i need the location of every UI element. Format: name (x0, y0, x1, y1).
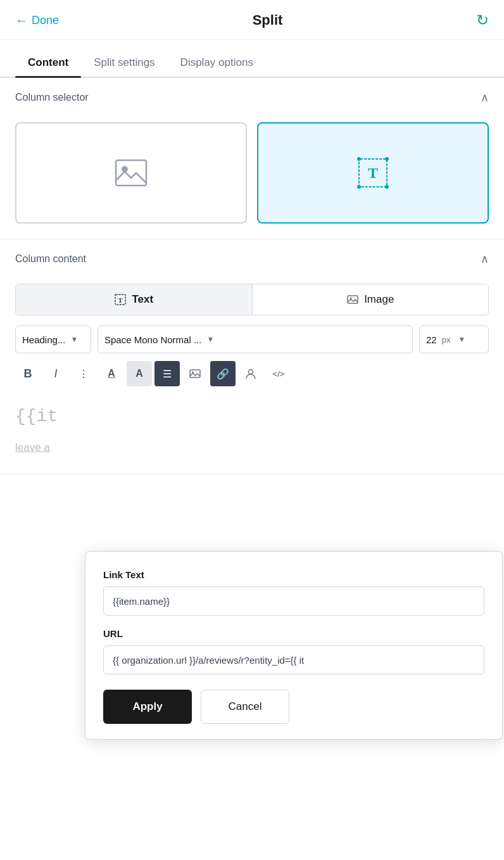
column-content-title: Column content (15, 253, 86, 265)
font-select-value: Space Mono Normal ... (104, 334, 201, 345)
toggle-image-label: Image (364, 293, 394, 306)
svg-point-14 (249, 370, 253, 374)
tab-content[interactable]: Content (15, 50, 81, 77)
code-button[interactable]: </> (266, 361, 291, 386)
more-options-button[interactable]: ⋮ (71, 361, 96, 386)
italic-button[interactable]: I (43, 361, 68, 386)
popup-actions: Apply Cancel (103, 690, 484, 724)
text-column-icon: T (355, 155, 391, 191)
header: ← Done Split ↻ (0, 0, 504, 40)
link-text-label: Link Text (103, 569, 484, 580)
text-icon: T (114, 293, 127, 306)
refresh-icon[interactable]: ↻ (476, 11, 489, 29)
font-select[interactable]: Space Mono Normal ... ▼ (98, 326, 413, 353)
svg-point-6 (385, 185, 389, 189)
preview-main-text: {{it (15, 404, 489, 429)
column-selector-header[interactable]: Column selector ∧ (0, 78, 504, 117)
size-unit: px (442, 335, 451, 345)
insert-image-button[interactable] (182, 361, 208, 386)
svg-point-5 (357, 185, 361, 189)
link-text-input[interactable] (103, 586, 484, 616)
column-content-section: Column content ∧ T Text Image (0, 239, 504, 474)
svg-point-4 (385, 157, 389, 161)
done-label: Done (32, 14, 59, 27)
column-content-header[interactable]: Column content ∧ (0, 239, 504, 279)
svg-rect-0 (116, 160, 146, 186)
back-arrow-icon: ← (15, 13, 28, 28)
cancel-button[interactable]: Cancel (201, 690, 289, 724)
size-chevron-icon: ▼ (458, 335, 465, 344)
svg-rect-12 (190, 370, 200, 377)
heading-select-value: Heading... (22, 334, 65, 345)
insert-image-icon (189, 367, 201, 380)
align-button[interactable]: ☰ (154, 361, 180, 386)
size-select-value: 22 (426, 334, 437, 345)
size-select[interactable]: 22 px ▼ (419, 326, 489, 353)
preview-area: {{it leave a (15, 396, 489, 458)
format-options-row: Heading... ▼ Space Mono Normal ... ▼ 22 … (15, 326, 489, 353)
svg-rect-10 (348, 296, 358, 303)
format-toolbar: B I ⋮ A A ☰ (15, 361, 489, 386)
link-popup: Link Text URL Apply Cancel (85, 551, 503, 740)
column-content-body: T Text Image Heading... ▼ Sp (0, 279, 504, 474)
tab-split-settings[interactable]: Split settings (81, 50, 167, 77)
svg-text:T: T (118, 296, 123, 304)
bold-button[interactable]: B (15, 361, 41, 386)
apply-button[interactable]: Apply (103, 690, 192, 724)
person-icon (244, 367, 257, 380)
tab-display-options[interactable]: Display options (168, 50, 266, 77)
column-selector-section: Column selector ∧ T (0, 78, 504, 239)
content-type-toggle: T Text Image (15, 284, 489, 315)
image-column-icon (113, 155, 149, 191)
font-color-button[interactable]: A (99, 361, 124, 386)
tabs-bar: Content Split settings Display options (0, 50, 504, 78)
column-content-chevron-icon: ∧ (481, 252, 489, 266)
url-input[interactable] (103, 645, 484, 674)
personalization-button[interactable] (238, 361, 263, 386)
column-option-text[interactable]: T (257, 122, 489, 224)
svg-point-3 (357, 157, 361, 161)
url-label: URL (103, 628, 484, 639)
column-option-image[interactable] (15, 122, 247, 224)
column-selector-chevron-icon: ∧ (481, 91, 489, 104)
font-bg-button[interactable]: A (127, 361, 152, 386)
preview-link-text: leave a (15, 441, 50, 453)
column-selector-body: T (0, 117, 504, 239)
column-selector-title: Column selector (15, 92, 89, 103)
font-chevron-icon: ▼ (206, 335, 214, 344)
heading-chevron-icon: ▼ (70, 335, 78, 344)
link-button[interactable]: 🔗 (210, 361, 236, 386)
page-title: Split (253, 12, 283, 28)
toggle-text-button[interactable]: T Text (16, 284, 253, 315)
image-icon (346, 293, 359, 306)
done-button[interactable]: ← Done (15, 13, 59, 28)
svg-text:T: T (368, 165, 378, 181)
toggle-text-label: Text (132, 293, 153, 306)
toggle-image-button[interactable]: Image (253, 284, 489, 315)
heading-select[interactable]: Heading... ▼ (15, 326, 91, 353)
